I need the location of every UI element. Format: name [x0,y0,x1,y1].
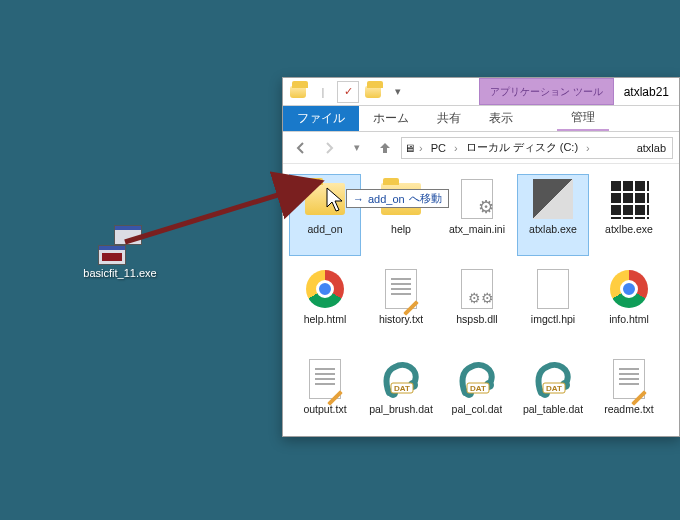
navigation-bar: ▾ 🖥 › PC › ローカル ディスク (C:) › atxlab [283,132,679,164]
text-file-icon [607,357,651,401]
file-label: info.html [609,313,649,325]
titlebar[interactable]: | ✓ ▾ アプリケーション ツール atxlab21 [283,78,679,106]
file-label: pal_brush.dat [369,403,433,415]
file-label: hspsb.dll [456,313,497,325]
file-item[interactable]: info.html [593,264,665,346]
svg-text:DAT: DAT [546,384,562,393]
tab-view[interactable]: 表示 [475,106,527,131]
drop-tooltip-suffix: へ移動 [409,191,442,206]
file-item[interactable]: readme.txt [593,354,665,436]
file-label: atxlbe.exe [605,223,653,235]
ini-file-icon [455,177,499,221]
file-item[interactable]: DATpal_table.dat [517,354,589,436]
file-label: readme.txt [604,403,654,415]
tab-manage[interactable]: 管理 [557,106,609,131]
file-item[interactable]: atxlab.exe [517,174,589,256]
file-item[interactable]: hspsb.dll [441,264,513,346]
file-label: help.html [304,313,347,325]
exe-icon [607,177,651,221]
dll-file-icon [455,267,499,311]
ribbon-tabs: ファイル ホーム 共有 表示 管理 [283,106,679,132]
qat-check-icon[interactable]: ✓ [337,81,359,103]
file-list[interactable]: add_onhelpatx_main.iniatxlab.exeatxlbe.e… [283,164,679,436]
folder-icon [303,177,347,221]
file-item[interactable]: imgctl.hpi [517,264,589,346]
chevron-right-icon[interactable]: › [584,142,592,154]
file-item[interactable]: output.txt [289,354,361,436]
pc-icon: 🖥 [404,142,415,154]
contextual-tab-label: アプリケーション ツール [479,78,614,105]
tab-file[interactable]: ファイル [283,106,359,131]
drop-tooltip-target: add_on [368,193,405,205]
crumb-folder[interactable]: atxlab [633,142,670,154]
folder-icon [287,81,309,103]
crumb-pc[interactable]: PC [427,142,450,154]
file-label: atx_main.ini [449,223,505,235]
up-button[interactable] [373,136,397,160]
window-title: atxlab21 [614,78,679,105]
address-bar[interactable]: 🖥 › PC › ローカル ディスク (C:) › atxlab [401,137,673,159]
quick-access-toolbar: | ✓ ▾ [283,78,409,105]
svg-text:DAT: DAT [394,384,410,393]
qat-separator: | [312,81,334,103]
contextual-tab-group: アプリケーション ツール [479,78,614,105]
dat-file-icon: DAT [455,357,499,401]
file-item[interactable]: help.html [289,264,361,346]
file-label: history.txt [379,313,423,325]
back-button[interactable] [289,136,313,160]
file-label: add_on [307,223,342,235]
file-item[interactable]: history.txt [365,264,437,346]
chevron-right-icon[interactable]: › [417,142,425,154]
desktop-file[interactable]: basicfit_11.exe [75,225,165,279]
text-file-icon [303,357,347,401]
drop-tooltip: → add_on へ移動 [346,189,449,208]
crumb-drive[interactable]: ローカル ディスク (C:) [462,140,582,155]
file-item[interactable]: add_on [289,174,361,256]
desktop-file-label: basicfit_11.exe [75,267,165,279]
file-item[interactable]: atx_main.ini [441,174,513,256]
chevron-right-icon[interactable]: › [452,142,460,154]
exe-icon [98,225,142,265]
qat-dropdown-icon[interactable] [362,81,384,103]
dat-file-icon: DAT [531,357,575,401]
chrome-html-icon [607,267,651,311]
chrome-html-icon [303,267,347,311]
qat-customize-icon[interactable]: ▾ [387,81,409,103]
file-item[interactable]: DATpal_col.dat [441,354,513,436]
file-label: pal_table.dat [523,403,583,415]
svg-text:DAT: DAT [470,384,486,393]
file-label: atxlab.exe [529,223,577,235]
explorer-window[interactable]: | ✓ ▾ アプリケーション ツール atxlab21 ファイル ホーム 共有 … [282,77,680,437]
file-item[interactable]: help [365,174,437,256]
file-label: output.txt [303,403,346,415]
move-arrow-icon: → [353,193,364,205]
file-item[interactable]: DATpal_brush.dat [365,354,437,436]
exe-icon [531,177,575,221]
file-label: help [391,223,411,235]
hpi-file-icon [531,267,575,311]
tab-share[interactable]: 共有 [423,106,475,131]
text-file-icon [379,267,423,311]
tab-home[interactable]: ホーム [359,106,423,131]
history-dropdown[interactable]: ▾ [345,136,369,160]
file-item[interactable]: atxlbe.exe [593,174,665,256]
file-label: pal_col.dat [452,403,503,415]
file-label: imgctl.hpi [531,313,575,325]
dat-file-icon: DAT [379,357,423,401]
forward-button[interactable] [317,136,341,160]
